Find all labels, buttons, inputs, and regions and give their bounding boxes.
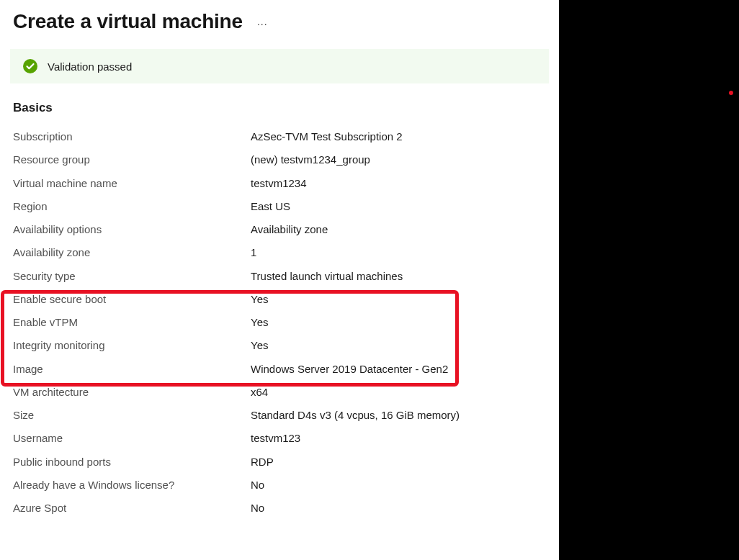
right-dark-panel — [559, 0, 739, 560]
label-enable-vtpm: Enable vTPM — [13, 315, 251, 330]
row-windows-license: Already have a Windows license? No — [13, 474, 546, 497]
row-region: Region East US — [13, 195, 546, 218]
section-title-basics: Basics — [0, 101, 559, 125]
value-resource-group: (new) testvm1234_group — [251, 153, 370, 167]
row-subscription: Subscription AzSec-TVM Test Subscription… — [13, 125, 546, 148]
row-image: Image Windows Server 2019 Datacenter - G… — [13, 358, 546, 381]
value-region: East US — [251, 199, 290, 214]
row-vm-architecture: VM architecture x64 — [13, 381, 546, 404]
row-public-inbound-ports: Public inbound ports RDP — [13, 451, 546, 474]
value-vm-name: testvm1234 — [251, 176, 307, 191]
review-create-panel: Create a virtual machine ··· Validation … — [0, 0, 559, 560]
row-resource-group: Resource group (new) testvm1234_group — [13, 148, 546, 171]
value-integrity-monitoring: Yes — [251, 338, 268, 353]
value-enable-secure-boot: Yes — [251, 292, 268, 307]
check-circle-icon — [23, 59, 37, 73]
value-image: Windows Server 2019 Datacenter - Gen2 — [251, 362, 448, 376]
value-availability-options: Availability zone — [251, 222, 328, 237]
label-region: Region — [13, 199, 251, 214]
row-vm-name: Virtual machine name testvm1234 — [13, 172, 546, 195]
basics-list: Subscription AzSec-TVM Test Subscription… — [0, 125, 559, 520]
more-menu-button[interactable]: ··· — [257, 18, 268, 30]
label-username: Username — [13, 431, 251, 446]
label-azure-spot: Azure Spot — [13, 501, 251, 515]
red-indicator-dot — [729, 91, 733, 95]
row-azure-spot: Azure Spot No — [13, 497, 546, 520]
page-title: Create a virtual machine — [13, 10, 243, 33]
label-resource-group: Resource group — [13, 153, 251, 167]
label-availability-zone: Availability zone — [13, 245, 251, 260]
validation-banner: Validation passed — [10, 49, 549, 83]
value-username: testvm123 — [251, 431, 300, 446]
value-vm-architecture: x64 — [251, 385, 268, 399]
value-azure-spot: No — [251, 501, 264, 515]
label-availability-options: Availability options — [13, 222, 251, 237]
value-security-type: Trusted launch virtual machines — [251, 269, 403, 284]
page-header: Create a virtual machine ··· — [0, 0, 559, 49]
label-vm-architecture: VM architecture — [13, 385, 251, 399]
row-username: Username testvm123 — [13, 427, 546, 450]
value-windows-license: No — [251, 478, 264, 492]
value-availability-zone: 1 — [251, 245, 256, 260]
value-subscription: AzSec-TVM Test Subscription 2 — [251, 130, 403, 144]
validation-status-text: Validation passed — [48, 60, 132, 73]
row-security-type: Security type Trusted launch virtual mac… — [13, 265, 546, 288]
label-security-type: Security type — [13, 269, 251, 284]
value-size: Standard D4s v3 (4 vcpus, 16 GiB memory) — [251, 408, 460, 423]
label-image: Image — [13, 362, 251, 376]
label-windows-license: Already have a Windows license? — [13, 478, 251, 492]
row-enable-vtpm: Enable vTPM Yes — [13, 311, 546, 334]
row-enable-secure-boot: Enable secure boot Yes — [13, 288, 546, 311]
row-availability-zone: Availability zone 1 — [13, 241, 546, 264]
label-enable-secure-boot: Enable secure boot — [13, 292, 251, 307]
value-enable-vtpm: Yes — [251, 315, 268, 330]
row-size: Size Standard D4s v3 (4 vcpus, 16 GiB me… — [13, 404, 546, 427]
value-public-inbound-ports: RDP — [251, 455, 274, 469]
row-availability-options: Availability options Availability zone — [13, 218, 546, 241]
label-subscription: Subscription — [13, 130, 251, 144]
label-size: Size — [13, 408, 251, 423]
row-integrity-monitoring: Integrity monitoring Yes — [13, 334, 546, 357]
label-integrity-monitoring: Integrity monitoring — [13, 338, 251, 353]
label-public-inbound-ports: Public inbound ports — [13, 455, 251, 469]
label-vm-name: Virtual machine name — [13, 176, 251, 191]
